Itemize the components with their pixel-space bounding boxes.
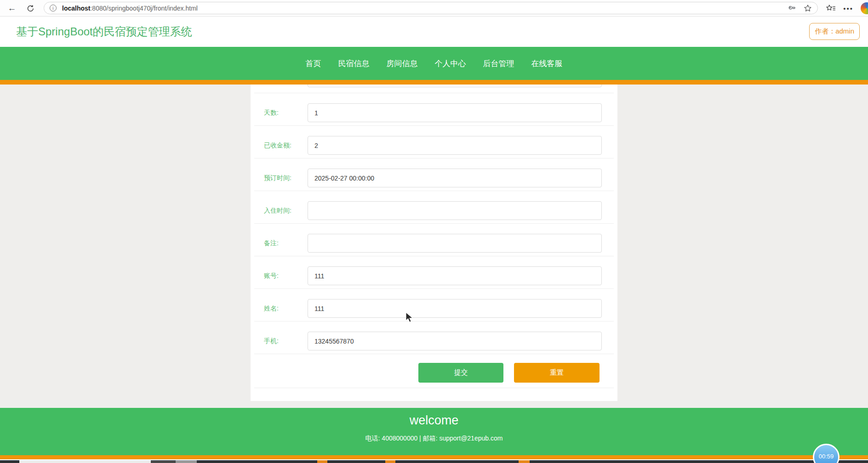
field-input[interactable] xyxy=(308,266,602,285)
site-footer: welcome 电话: 4008000000 | 邮箱: support@21e… xyxy=(0,408,868,455)
field-label: 已收金额: xyxy=(254,141,308,150)
address-bar[interactable]: i localhost:8080/springbootj470j/front/i… xyxy=(44,2,818,14)
taskbar-segment xyxy=(19,460,151,463)
author-badge: 作者：admin xyxy=(809,23,860,40)
page-title: 基于SpringBoot的民宿预定管理系统 xyxy=(16,17,192,47)
refresh-icon[interactable] xyxy=(24,2,37,15)
form-row: 姓名: xyxy=(254,288,614,321)
submit-button[interactable]: 提交 xyxy=(418,363,503,383)
nav-item-4[interactable]: 后台管理 xyxy=(483,58,514,69)
password-key-icon[interactable] xyxy=(787,4,795,12)
field-input[interactable] xyxy=(308,136,602,155)
card-footer-spacer xyxy=(254,388,614,401)
field-input[interactable] xyxy=(308,332,602,350)
clipped-input[interactable] xyxy=(308,85,602,87)
footer-title: welcome xyxy=(0,408,868,428)
field-label: 姓名: xyxy=(254,305,308,313)
form-row: 预订时间: xyxy=(254,158,614,191)
page-background: 天数: 已收金额: 预订时间: 入住时间: 备注: 账号: 姓名: 手机: 提交… xyxy=(0,85,868,408)
form-row: 备注: xyxy=(254,223,614,256)
taskbar-segment xyxy=(317,460,327,463)
field-label: 预订时间: xyxy=(254,174,308,182)
field-label: 入住时间: xyxy=(254,207,308,215)
field-input[interactable] xyxy=(308,299,602,318)
nav-item-2[interactable]: 房间信息 xyxy=(387,58,418,69)
site-info-icon[interactable]: i xyxy=(50,5,57,11)
taskbar-sliver xyxy=(0,460,868,463)
reset-button[interactable]: 重置 xyxy=(514,363,600,383)
field-input[interactable] xyxy=(308,201,602,220)
form-row: 入住时间: xyxy=(254,191,614,223)
field-input[interactable] xyxy=(308,169,602,187)
orange-divider-top xyxy=(0,80,868,85)
taskbar-segment xyxy=(176,460,197,463)
field-label: 手机: xyxy=(254,337,308,345)
main-nav: 首页民宿信息房间信息个人中心后台管理在线客服 xyxy=(0,47,868,80)
form-row xyxy=(251,85,617,93)
nav-item-1[interactable]: 民宿信息 xyxy=(338,58,370,69)
nav-item-3[interactable]: 个人中心 xyxy=(435,58,466,69)
field-input[interactable] xyxy=(308,234,602,253)
taskbar-segment xyxy=(385,460,395,463)
form-row: 手机: xyxy=(254,321,614,354)
nav-item-5[interactable]: 在线客服 xyxy=(531,58,563,69)
browser-toolbar: ← i localhost:8080/springbootj470j/front… xyxy=(0,0,868,17)
favorites-bar-icon[interactable] xyxy=(826,4,836,12)
browser-menu-icon[interactable]: ••• xyxy=(843,5,853,12)
back-icon[interactable]: ← xyxy=(6,2,18,15)
orange-divider-bottom xyxy=(0,455,868,459)
field-label: 备注: xyxy=(254,239,308,248)
field-input[interactable] xyxy=(308,103,602,122)
address-url[interactable]: localhost:8080/springbootj470j/front/ind… xyxy=(62,5,198,12)
nav-item-0[interactable]: 首页 xyxy=(306,58,321,69)
field-label: 天数: xyxy=(254,109,308,117)
taskbar-segment xyxy=(519,460,530,463)
form-row: 天数: xyxy=(254,93,614,125)
footer-contact: 电话: 4008000000 | 邮箱: support@21epub.com xyxy=(0,435,868,443)
form-actions: 提交 重置 xyxy=(254,354,614,388)
site-header: 基于SpringBoot的民宿预定管理系统 作者：admin xyxy=(0,17,868,47)
taskbar-segment xyxy=(151,460,176,463)
form-row: 已收金额: xyxy=(254,125,614,158)
favorite-star-icon[interactable] xyxy=(804,4,812,12)
mouse-cursor xyxy=(405,312,415,326)
copilot-icon[interactable] xyxy=(861,2,868,14)
booking-form-card: 天数: 已收金额: 预订时间: 入住时间: 备注: 账号: 姓名: 手机: 提交… xyxy=(251,85,617,401)
form-row: 账号: xyxy=(254,256,614,288)
field-label: 账号: xyxy=(254,272,308,280)
